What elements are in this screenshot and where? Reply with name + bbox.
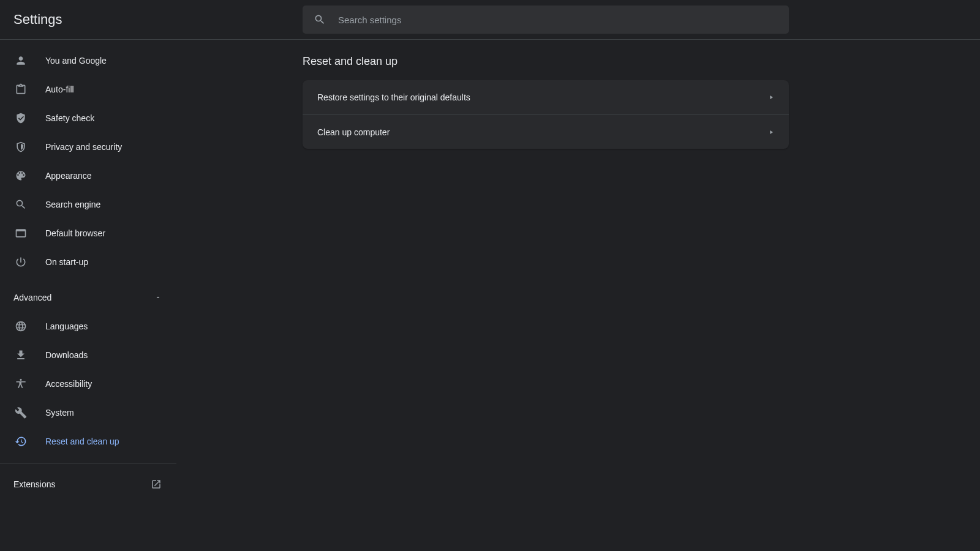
sidebar-item-label: Safety check bbox=[45, 113, 94, 123]
history-icon bbox=[15, 435, 27, 448]
sidebar-item-accessibility[interactable]: Accessibility bbox=[0, 369, 176, 398]
open-in-new-icon bbox=[151, 479, 162, 490]
sidebar-item-label: System bbox=[45, 408, 74, 418]
search-input[interactable] bbox=[338, 15, 778, 25]
section-title: Reset and clean up bbox=[303, 55, 980, 68]
row-label: Restore settings to their original defau… bbox=[317, 92, 470, 102]
sidebar-item-label: Default browser bbox=[45, 228, 105, 238]
sidebar-item-reset-cleanup[interactable]: Reset and clean up bbox=[0, 427, 176, 455]
sidebar-item-label: Accessibility bbox=[45, 379, 92, 389]
row-label: Clean up computer bbox=[317, 127, 390, 137]
sidebar-item-extensions[interactable]: Extensions bbox=[0, 463, 176, 492]
sidebar-item-label: Privacy and security bbox=[45, 142, 122, 152]
chevron-right-icon bbox=[768, 129, 774, 135]
globe-icon bbox=[15, 320, 27, 332]
row-restore-defaults[interactable]: Restore settings to their original defau… bbox=[303, 80, 789, 114]
search-icon bbox=[314, 13, 326, 26]
page-title: Settings bbox=[13, 12, 303, 28]
search-icon bbox=[15, 198, 27, 211]
accessibility-icon bbox=[15, 378, 27, 390]
sidebar-item-search-engine[interactable]: Search engine bbox=[0, 190, 176, 219]
sidebar-item-label: Extensions bbox=[13, 479, 55, 489]
sidebar-advanced-label: Advanced bbox=[13, 293, 51, 302]
sidebar-item-label: Auto-fill bbox=[45, 84, 74, 94]
sidebar-item-safety-check[interactable]: Safety check bbox=[0, 103, 176, 132]
sidebar-item-label: On start-up bbox=[45, 257, 88, 267]
sidebar: You and Google Auto-fill Safety check Pr… bbox=[0, 40, 176, 551]
sidebar-item-default-browser[interactable]: Default browser bbox=[0, 219, 176, 247]
chevron-up-icon bbox=[154, 294, 162, 301]
sidebar-item-label: Languages bbox=[45, 321, 88, 331]
palette-icon bbox=[15, 170, 27, 182]
sidebar-item-label: Downloads bbox=[45, 350, 88, 360]
person-icon bbox=[15, 54, 27, 67]
row-clean-up-computer[interactable]: Clean up computer bbox=[303, 114, 789, 149]
sidebar-item-on-startup[interactable]: On start-up bbox=[0, 247, 176, 276]
sidebar-item-you-and-google[interactable]: You and Google bbox=[0, 46, 176, 75]
chevron-right-icon bbox=[768, 94, 774, 100]
sidebar-item-auto-fill[interactable]: Auto-fill bbox=[0, 75, 176, 103]
shield-check-icon bbox=[15, 112, 27, 124]
sidebar-item-languages[interactable]: Languages bbox=[0, 312, 176, 340]
search-container[interactable] bbox=[303, 6, 789, 34]
power-icon bbox=[15, 256, 27, 268]
sidebar-item-label: Appearance bbox=[45, 171, 92, 181]
shield-icon bbox=[15, 141, 27, 153]
browser-icon bbox=[15, 227, 27, 239]
wrench-icon bbox=[15, 407, 27, 419]
app-header: Settings bbox=[0, 0, 980, 40]
sidebar-item-downloads[interactable]: Downloads bbox=[0, 340, 176, 369]
sidebar-item-appearance[interactable]: Appearance bbox=[0, 161, 176, 190]
clipboard-icon bbox=[15, 83, 27, 96]
download-icon bbox=[15, 349, 27, 361]
sidebar-item-label: Search engine bbox=[45, 200, 100, 209]
sidebar-item-privacy-security[interactable]: Privacy and security bbox=[0, 132, 176, 161]
main-content: Reset and clean up Restore settings to t… bbox=[176, 40, 980, 551]
sidebar-item-system[interactable]: System bbox=[0, 398, 176, 427]
sidebar-advanced-header[interactable]: Advanced bbox=[0, 283, 176, 312]
sidebar-item-label: Reset and clean up bbox=[45, 437, 119, 446]
settings-card: Restore settings to their original defau… bbox=[303, 80, 789, 149]
sidebar-item-label: You and Google bbox=[45, 56, 107, 66]
